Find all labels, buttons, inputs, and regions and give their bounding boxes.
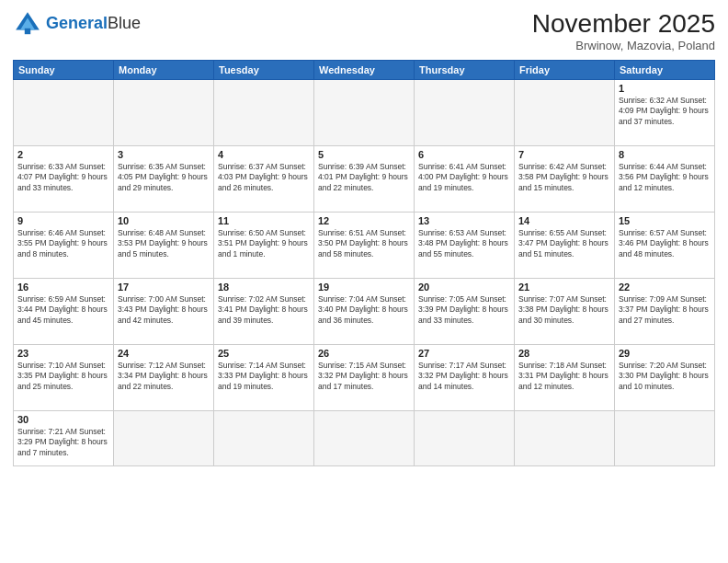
calendar: SundayMondayTuesdayWednesdayThursdayFrid… xyxy=(13,60,715,466)
calendar-header-thursday: Thursday xyxy=(415,61,515,80)
day-number: 22 xyxy=(619,282,711,293)
day-info: Sunrise: 7:04 AM Sunset: 3:40 PM Dayligh… xyxy=(318,294,410,326)
calendar-cell: 1Sunrise: 6:32 AM Sunset: 4:09 PM Daylig… xyxy=(615,80,715,146)
calendar-cell xyxy=(14,80,114,146)
calendar-header-sunday: Sunday xyxy=(14,61,114,80)
calendar-cell xyxy=(114,411,214,466)
day-number: 25 xyxy=(218,348,310,359)
day-info: Sunrise: 6:44 AM Sunset: 3:56 PM Dayligh… xyxy=(619,162,711,193)
calendar-cell: 7Sunrise: 6:42 AM Sunset: 3:58 PM Daylig… xyxy=(515,146,615,213)
calendar-cell: 14Sunrise: 6:55 AM Sunset: 3:47 PM Dayli… xyxy=(515,213,615,279)
calendar-cell: 10Sunrise: 6:48 AM Sunset: 3:53 PM Dayli… xyxy=(114,213,214,279)
calendar-header-friday: Friday xyxy=(515,61,615,80)
calendar-cell xyxy=(214,80,314,146)
calendar-week-row: 9Sunrise: 6:46 AM Sunset: 3:55 PM Daylig… xyxy=(14,213,715,279)
day-number: 19 xyxy=(318,282,410,293)
calendar-cell: 15Sunrise: 6:57 AM Sunset: 3:46 PM Dayli… xyxy=(615,213,715,279)
calendar-cell: 24Sunrise: 7:12 AM Sunset: 3:34 PM Dayli… xyxy=(114,345,214,411)
day-number: 4 xyxy=(218,149,310,160)
day-number: 9 xyxy=(17,215,109,226)
day-info: Sunrise: 7:09 AM Sunset: 3:37 PM Dayligh… xyxy=(619,294,711,326)
calendar-cell: 9Sunrise: 6:46 AM Sunset: 3:55 PM Daylig… xyxy=(14,213,114,279)
day-info: Sunrise: 7:14 AM Sunset: 3:33 PM Dayligh… xyxy=(218,361,310,392)
calendar-cell: 30Sunrise: 7:21 AM Sunset: 3:29 PM Dayli… xyxy=(14,411,114,466)
calendar-header-monday: Monday xyxy=(114,61,214,80)
calendar-cell: 18Sunrise: 7:02 AM Sunset: 3:41 PM Dayli… xyxy=(214,279,314,345)
day-number: 24 xyxy=(118,348,210,359)
calendar-header-saturday: Saturday xyxy=(615,61,715,80)
calendar-cell: 23Sunrise: 7:10 AM Sunset: 3:35 PM Dayli… xyxy=(14,345,114,411)
day-number: 5 xyxy=(318,149,410,160)
calendar-cell xyxy=(314,80,415,146)
calendar-cell xyxy=(214,411,314,466)
calendar-cell: 21Sunrise: 7:07 AM Sunset: 3:38 PM Dayli… xyxy=(515,279,615,345)
calendar-header-tuesday: Tuesday xyxy=(214,61,314,80)
calendar-cell: 2Sunrise: 6:33 AM Sunset: 4:07 PM Daylig… xyxy=(14,146,114,213)
day-number: 8 xyxy=(619,149,711,160)
day-number: 21 xyxy=(518,282,610,293)
calendar-cell: 4Sunrise: 6:37 AM Sunset: 4:03 PM Daylig… xyxy=(214,146,314,213)
logo-blue: Blue xyxy=(108,14,141,32)
calendar-header-wednesday: Wednesday xyxy=(314,61,415,80)
day-info: Sunrise: 7:05 AM Sunset: 3:39 PM Dayligh… xyxy=(418,294,510,326)
day-number: 13 xyxy=(418,215,510,226)
day-info: Sunrise: 6:32 AM Sunset: 4:09 PM Dayligh… xyxy=(619,96,711,127)
day-number: 14 xyxy=(518,215,610,226)
day-number: 20 xyxy=(418,282,510,293)
day-info: Sunrise: 7:15 AM Sunset: 3:32 PM Dayligh… xyxy=(318,361,410,392)
calendar-cell: 16Sunrise: 6:59 AM Sunset: 3:44 PM Dayli… xyxy=(14,279,114,345)
calendar-cell: 6Sunrise: 6:41 AM Sunset: 4:00 PM Daylig… xyxy=(415,146,515,213)
day-info: Sunrise: 6:57 AM Sunset: 3:46 PM Dayligh… xyxy=(619,228,711,259)
calendar-week-row: 30Sunrise: 7:21 AM Sunset: 3:29 PM Dayli… xyxy=(14,411,715,466)
calendar-header-row: SundayMondayTuesdayWednesdayThursdayFrid… xyxy=(14,61,715,80)
day-number: 3 xyxy=(118,149,210,160)
calendar-cell xyxy=(515,80,615,146)
day-info: Sunrise: 7:20 AM Sunset: 3:30 PM Dayligh… xyxy=(619,361,711,392)
day-info: Sunrise: 6:39 AM Sunset: 4:01 PM Dayligh… xyxy=(318,162,410,193)
day-number: 7 xyxy=(518,149,610,160)
logo-general: General xyxy=(46,14,108,32)
calendar-cell: 12Sunrise: 6:51 AM Sunset: 3:50 PM Dayli… xyxy=(314,213,415,279)
day-number: 11 xyxy=(218,215,310,226)
day-info: Sunrise: 7:10 AM Sunset: 3:35 PM Dayligh… xyxy=(17,361,109,392)
day-info: Sunrise: 6:50 AM Sunset: 3:51 PM Dayligh… xyxy=(218,228,310,259)
calendar-week-row: 23Sunrise: 7:10 AM Sunset: 3:35 PM Dayli… xyxy=(14,345,715,411)
day-number: 30 xyxy=(17,414,109,425)
day-number: 29 xyxy=(619,348,711,359)
day-info: Sunrise: 6:51 AM Sunset: 3:50 PM Dayligh… xyxy=(318,228,410,259)
calendar-cell: 5Sunrise: 6:39 AM Sunset: 4:01 PM Daylig… xyxy=(314,146,415,213)
day-info: Sunrise: 7:02 AM Sunset: 3:41 PM Dayligh… xyxy=(218,294,310,326)
day-info: Sunrise: 7:17 AM Sunset: 3:32 PM Dayligh… xyxy=(418,361,510,392)
day-number: 12 xyxy=(318,215,410,226)
calendar-cell: 22Sunrise: 7:09 AM Sunset: 3:37 PM Dayli… xyxy=(615,279,715,345)
page: GeneralBlue November 2025 Brwinow, Mazov… xyxy=(0,0,728,563)
day-number: 18 xyxy=(218,282,310,293)
calendar-week-row: 1Sunrise: 6:32 AM Sunset: 4:09 PM Daylig… xyxy=(14,80,715,146)
month-title: November 2025 xyxy=(532,9,715,39)
calendar-cell: 13Sunrise: 6:53 AM Sunset: 3:48 PM Dayli… xyxy=(415,213,515,279)
day-number: 26 xyxy=(318,348,410,359)
calendar-cell xyxy=(415,411,515,466)
day-info: Sunrise: 6:53 AM Sunset: 3:48 PM Dayligh… xyxy=(418,228,510,259)
header: GeneralBlue November 2025 Brwinow, Mazov… xyxy=(13,9,715,52)
day-number: 17 xyxy=(118,282,210,293)
calendar-cell xyxy=(314,411,415,466)
day-info: Sunrise: 6:46 AM Sunset: 3:55 PM Dayligh… xyxy=(17,228,109,259)
day-info: Sunrise: 6:59 AM Sunset: 3:44 PM Dayligh… xyxy=(17,294,109,326)
day-number: 10 xyxy=(118,215,210,226)
day-number: 28 xyxy=(518,348,610,359)
day-number: 1 xyxy=(619,83,711,94)
day-info: Sunrise: 6:37 AM Sunset: 4:03 PM Dayligh… xyxy=(218,162,310,193)
day-number: 27 xyxy=(418,348,510,359)
logo-icon xyxy=(13,9,42,39)
calendar-cell: 17Sunrise: 7:00 AM Sunset: 3:43 PM Dayli… xyxy=(114,279,214,345)
calendar-cell xyxy=(415,80,515,146)
calendar-week-row: 2Sunrise: 6:33 AM Sunset: 4:07 PM Daylig… xyxy=(14,146,715,213)
calendar-cell: 8Sunrise: 6:44 AM Sunset: 3:56 PM Daylig… xyxy=(615,146,715,213)
day-info: Sunrise: 6:42 AM Sunset: 3:58 PM Dayligh… xyxy=(518,162,610,193)
calendar-cell: 27Sunrise: 7:17 AM Sunset: 3:32 PM Dayli… xyxy=(415,345,515,411)
day-info: Sunrise: 6:33 AM Sunset: 4:07 PM Dayligh… xyxy=(17,162,109,193)
day-info: Sunrise: 7:07 AM Sunset: 3:38 PM Dayligh… xyxy=(518,294,610,326)
day-info: Sunrise: 7:21 AM Sunset: 3:29 PM Dayligh… xyxy=(17,427,109,458)
day-info: Sunrise: 6:55 AM Sunset: 3:47 PM Dayligh… xyxy=(518,228,610,259)
